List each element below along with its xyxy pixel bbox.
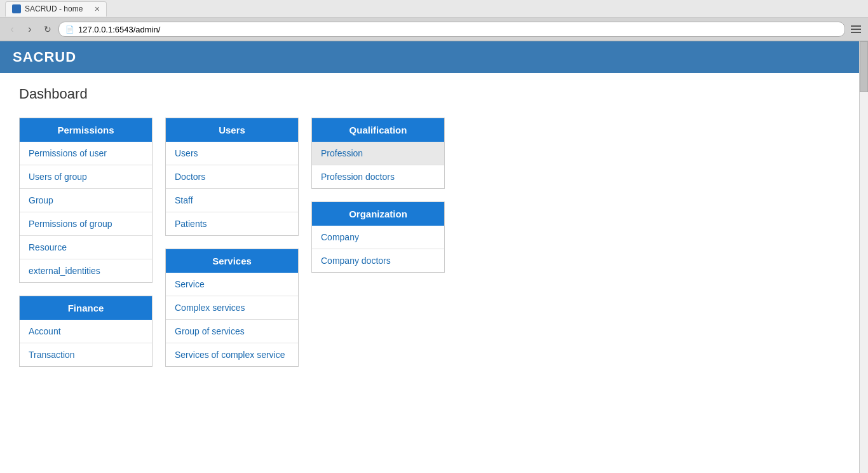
browser-titlebar: SACRUD - home × xyxy=(0,0,868,18)
scrollbar-thumb[interactable] xyxy=(860,41,868,92)
browser-toolbar: ‹ › ↻ 📄 xyxy=(0,18,868,41)
users-link[interactable]: Users xyxy=(166,142,298,165)
app-header: SACRUD xyxy=(0,41,868,73)
scrollbar[interactable] xyxy=(859,41,868,380)
staff-link[interactable]: Staff xyxy=(166,189,298,212)
browser-menu-button[interactable] xyxy=(849,22,863,36)
address-bar: 📄 xyxy=(58,22,845,37)
external-identities-link[interactable]: external_identities xyxy=(20,259,152,282)
browser-chrome: SACRUD - home × ‹ › ↻ 📄 xyxy=(0,0,868,41)
tab-close-button[interactable]: × xyxy=(95,4,100,14)
patients-link[interactable]: Patients xyxy=(166,212,298,235)
refresh-button[interactable]: ↻ xyxy=(41,22,55,36)
menu-line-1 xyxy=(851,25,861,27)
finance-card: Finance Account Transaction xyxy=(19,296,153,367)
organization-card-header: Organization xyxy=(312,202,444,226)
back-button[interactable]: ‹ xyxy=(5,22,19,36)
company-link[interactable]: Company xyxy=(312,226,444,249)
organization-card: Organization Company Company doctors xyxy=(311,202,445,273)
tab-favicon xyxy=(12,4,21,13)
main-content: Dashboard Permissions Permissions of use… xyxy=(0,73,868,380)
complex-services-link[interactable]: Complex services xyxy=(166,296,298,320)
permissions-of-user-link[interactable]: Permissions of user xyxy=(20,142,152,165)
account-link[interactable]: Account xyxy=(20,320,152,343)
right-column: Qualification Profession Profession doct… xyxy=(311,118,445,273)
permissions-of-group-link[interactable]: Permissions of group xyxy=(20,212,152,236)
permissions-card: Permissions Permissions of user Users of… xyxy=(19,118,153,283)
permissions-card-header: Permissions xyxy=(20,118,152,142)
resource-link[interactable]: Resource xyxy=(20,236,152,259)
left-column: Permissions Permissions of user Users of… xyxy=(19,118,153,367)
menu-line-3 xyxy=(851,32,861,33)
finance-card-header: Finance xyxy=(20,296,152,320)
group-link[interactable]: Group xyxy=(20,189,152,212)
profession-doctors-link[interactable]: Profession doctors xyxy=(312,165,444,188)
address-icon: 📄 xyxy=(65,25,74,34)
address-input[interactable] xyxy=(78,25,838,34)
browser-tab: SACRUD - home × xyxy=(5,1,107,17)
services-card: Services Service Complex services Group … xyxy=(165,249,299,367)
qualification-card: Qualification Profession Profession doct… xyxy=(311,118,445,189)
users-card-header: Users xyxy=(166,118,298,142)
profession-link[interactable]: Profession xyxy=(312,142,444,165)
menu-line-2 xyxy=(851,29,861,30)
company-doctors-link[interactable]: Company doctors xyxy=(312,249,444,272)
page-title: Dashboard xyxy=(19,86,849,102)
services-card-header: Services xyxy=(166,249,298,273)
doctors-link[interactable]: Doctors xyxy=(166,165,298,189)
middle-column: Users Users Doctors Staff Patients Ser xyxy=(165,118,299,367)
service-link[interactable]: Service xyxy=(166,273,298,296)
group-of-services-link[interactable]: Group of services xyxy=(166,320,298,343)
transaction-link[interactable]: Transaction xyxy=(20,343,152,366)
dashboard-grid: Permissions Permissions of user Users of… xyxy=(19,118,849,367)
app-title: SACRUD xyxy=(13,49,76,65)
qualification-card-header: Qualification xyxy=(312,118,444,142)
users-of-group-link[interactable]: Users of group xyxy=(20,165,152,189)
services-of-complex-service-link[interactable]: Services of complex service xyxy=(166,343,298,366)
users-card: Users Users Doctors Staff Patients xyxy=(165,118,299,236)
forward-button[interactable]: › xyxy=(23,22,37,36)
tab-title: SACRUD - home xyxy=(25,4,83,13)
